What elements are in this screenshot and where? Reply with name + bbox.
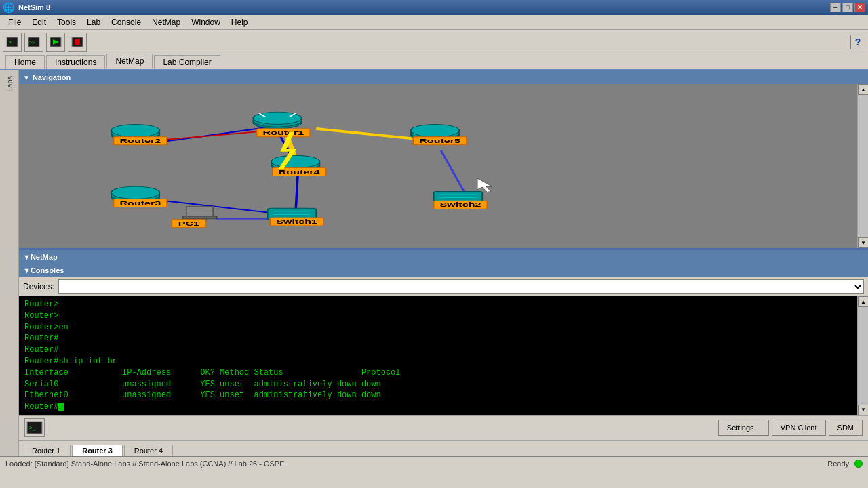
menu-tools[interactable]: Tools [52, 16, 81, 28]
title-bar: 🌐 NetSim 8 ─ □ ✕ [0, 0, 868, 15]
svg-rect-58 [182, 216, 216, 219]
terminal-cursor [58, 403, 64, 411]
svg-rect-7 [75, 39, 80, 45]
consoles-label: Consoles [31, 266, 64, 274]
status-right: Ready [827, 460, 863, 468]
terminal-controls-bar: >_ Settings... VPN Client SDM [19, 415, 868, 440]
tab-instructions[interactable]: Instructions [46, 55, 105, 69]
maximize-button[interactable]: □ [842, 3, 853, 12]
svg-text:Router1: Router1 [263, 129, 304, 136]
menu-window[interactable]: Window [186, 16, 226, 28]
app-icon: 🌐 [3, 2, 14, 13]
toolbar-run-btn[interactable] [46, 33, 65, 52]
menu-console[interactable]: Console [106, 16, 146, 28]
terminal[interactable]: Router>Router>Router>enRouter#Router#Rou… [19, 296, 857, 415]
terminal-line: Router# [24, 344, 852, 356]
network-canvas: Router1 Router2 [19, 84, 868, 247]
terminal-line: Router# [24, 333, 852, 344]
consoles-collapse-icon: ▼ [23, 266, 31, 274]
menu-netmap[interactable]: NetMap [146, 16, 186, 28]
svg-rect-57 [186, 206, 213, 216]
svg-text:Router2: Router2 [119, 138, 161, 144]
toolbar-stop-btn[interactable] [68, 33, 87, 52]
close-button[interactable]: ✕ [854, 3, 865, 12]
consoles-panel: ▼ Consoles Devices: Router>Router>Router… [19, 264, 868, 456]
terminal-scroll-down[interactable]: ▼ [858, 405, 868, 415]
tab-home[interactable]: Home [5, 55, 45, 69]
nav-scroll-track [858, 95, 868, 237]
terminal-scrollbar: ▲ ▼ [857, 296, 868, 415]
svg-text:Router4: Router4 [279, 169, 321, 176]
svg-text:>_: >_ [8, 39, 15, 45]
svg-text:Switch1: Switch1 [276, 218, 317, 225]
svg-point-37 [271, 155, 320, 167]
netmap-panel-header[interactable]: ▼ NetMap [19, 250, 868, 264]
router1-icon[interactable] [253, 112, 302, 129]
minimize-button[interactable]: ─ [830, 3, 841, 12]
svg-line-14 [441, 150, 465, 194]
menu-edit[interactable]: Edit [26, 16, 52, 28]
console-tab-router4[interactable]: Router 4 [124, 445, 173, 456]
nav-scroll-down[interactable]: ▼ [858, 237, 868, 248]
ready-text: Ready [827, 460, 849, 468]
network-diagram: Router1 Router2 [19, 98, 868, 247]
devices-dropdown[interactable] [58, 279, 864, 294]
pc1-icon[interactable] [182, 206, 216, 220]
menu-help[interactable]: Help [226, 16, 254, 28]
terminal-right-buttons: Settings... VPN Client SDM [718, 420, 863, 436]
consoles-header[interactable]: ▼ Consoles [19, 264, 868, 277]
terminal-container: Router>Router>Router>enRouter#Router#Rou… [19, 296, 868, 415]
toolbar-terminal-btn[interactable]: >_ [3, 33, 22, 52]
terminal-line: Interface IP-Address OK? Method Status P… [24, 367, 852, 379]
terminal-line: Serial0 unassigned YES unset administrat… [24, 379, 852, 390]
menu-bar: File Edit Tools Lab Console NetMap Windo… [0, 15, 868, 30]
sidebar-labs-label: Labs [5, 73, 14, 95]
svg-text:>>_: >>_ [29, 40, 38, 45]
content-area: ▼ Navigation [19, 70, 868, 456]
nav-scroll-up[interactable]: ▲ [858, 84, 868, 95]
svg-text:Switch2: Switch2 [440, 202, 481, 209]
terminal-line: Router>en [24, 322, 852, 333]
window-controls: ─ □ ✕ [830, 3, 865, 12]
console-tab-router1[interactable]: Router 1 [22, 445, 71, 456]
svg-marker-62 [477, 178, 492, 192]
main-area: Labs ▼ Navigation [0, 70, 868, 456]
navigation-panel-header[interactable]: ▼ Navigation [19, 70, 868, 84]
svg-text:PC1: PC1 [178, 220, 199, 227]
settings-button[interactable]: Settings... [718, 420, 769, 436]
tab-lab-compiler[interactable]: Lab Compiler [154, 55, 220, 69]
console-tabs: Router 1 Router 3 Router 4 [19, 440, 868, 456]
menu-file[interactable]: File [3, 16, 26, 28]
svg-point-27 [111, 124, 160, 136]
svg-text:Router5: Router5 [419, 138, 460, 144]
svg-text:>_: >_ [29, 425, 36, 431]
toolbar: >_ >>_ ? [0, 30, 868, 54]
terminal-scroll-track [858, 307, 868, 405]
help-toolbar-btn[interactable]: ? [850, 35, 865, 49]
devices-bar: Devices: [19, 277, 868, 296]
menu-lab[interactable]: Lab [81, 16, 106, 28]
nav-collapse-icon: ▼ [23, 74, 30, 81]
status-bar: Loaded: [Standard] Stand-Alone Labs // S… [0, 456, 868, 471]
terminal-line: Router# [24, 401, 852, 413]
terminal-line: Router> [24, 299, 852, 310]
app-title: NetSim 8 [18, 3, 830, 12]
navigation-panel: ▼ Navigation [19, 70, 868, 250]
console-tab-router3[interactable]: Router 3 [72, 445, 123, 456]
toolbar-cmd-btn[interactable]: >>_ [24, 33, 43, 52]
sidebar: Labs [0, 70, 19, 456]
main-tabs: Home Instructions NetMap Lab Compiler [0, 54, 868, 70]
navigation-label: Navigation [33, 73, 71, 81]
vpn-client-button[interactable]: VPN Client [772, 420, 826, 436]
terminal-small-icon: >_ [24, 418, 45, 437]
terminal-line: Ethernet0 unassigned YES unset administr… [24, 390, 852, 401]
tab-netmap[interactable]: NetMap [106, 54, 153, 69]
sdm-button[interactable]: SDM [829, 420, 863, 436]
terminal-line: Router> [24, 310, 852, 322]
netmap-label: NetMap [31, 253, 58, 261]
svg-point-32 [111, 186, 160, 199]
netmap-collapse-icon: ▼ [23, 253, 31, 261]
nav-scrollbar: ▲ ▼ [857, 84, 868, 248]
terminal-scroll-up[interactable]: ▲ [858, 296, 868, 307]
terminal-line: Router#sh ip int br [24, 356, 852, 367]
